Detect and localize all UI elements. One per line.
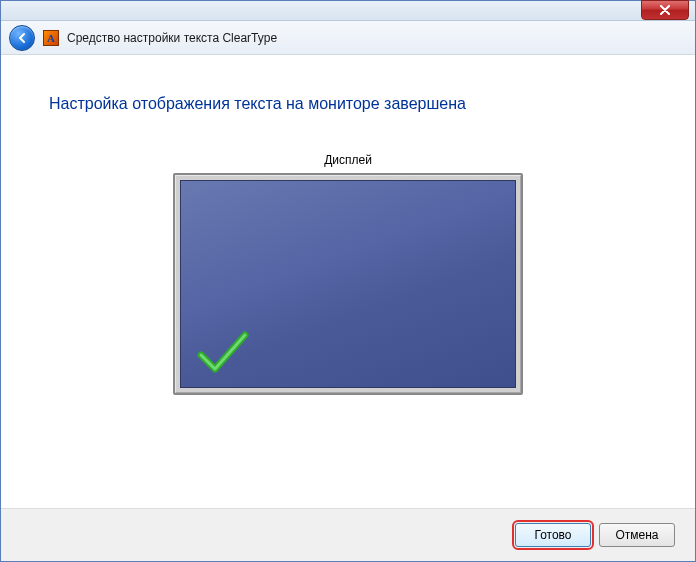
checkmark-icon — [195, 329, 251, 377]
display-label: Дисплей — [324, 153, 372, 167]
wizard-window: A Средство настройки текста ClearType На… — [0, 0, 696, 562]
close-button[interactable] — [641, 0, 689, 20]
nav-row: A Средство настройки текста ClearType — [1, 21, 695, 55]
button-row: Готово Отмена — [1, 508, 695, 561]
app-icon: A — [43, 30, 59, 46]
monitor-screen — [180, 180, 516, 388]
monitor-frame — [173, 173, 523, 395]
titlebar — [1, 1, 695, 21]
cancel-button[interactable]: Отмена — [599, 523, 675, 547]
window-title: Средство настройки текста ClearType — [67, 31, 277, 45]
app-icon-glyph: A — [47, 32, 55, 44]
back-button[interactable] — [9, 25, 35, 51]
back-arrow-icon — [15, 31, 29, 45]
content-area: Настройка отображения текста на мониторе… — [1, 55, 695, 508]
finish-button[interactable]: Готово — [515, 523, 591, 547]
page-title: Настройка отображения текста на мониторе… — [49, 95, 466, 113]
close-icon — [659, 5, 671, 15]
